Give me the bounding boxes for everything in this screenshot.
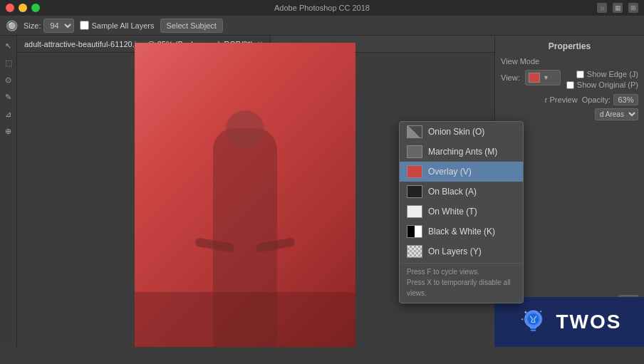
right-panel: Properties View Mode View: ▼ Show Edge (… <box>494 36 644 347</box>
image-overlay <box>135 43 355 347</box>
dropdown-item-overlay[interactable]: Overlay (V) <box>400 162 523 182</box>
chevron-down-icon: ▼ <box>543 74 549 81</box>
dropdown-item-on-black[interactable]: On Black (A) <box>400 182 523 202</box>
svg-text:✦: ✦ <box>539 309 541 313</box>
dropdown-item-onion-skin[interactable]: Onion Skin (O) <box>400 122 523 142</box>
view-mode-row: View: ▼ <box>501 70 561 85</box>
size-control: Size: 94 <box>24 19 74 33</box>
eyedropper-tool-icon[interactable]: ⊿ <box>1 107 16 121</box>
size-select[interactable]: 94 <box>43 19 74 33</box>
zoom-tool-icon[interactable]: ⊕ <box>1 124 16 138</box>
right-checkboxes: Show Edge (J) Show Original (P) <box>566 70 638 91</box>
dropdown-items-list: Onion Skin (O)Marching Ants (M)Overlay (… <box>400 122 523 261</box>
title-bar-icons: ⌕ ▦ ⊞ <box>597 3 638 13</box>
twos-text: TWOS <box>556 311 622 333</box>
sample-all-layers-checkbox[interactable]: Sample All Layers <box>80 21 154 30</box>
show-edge-row[interactable]: Show Edge (J) <box>576 70 638 78</box>
sample-all-layers-label: Sample All Layers <box>91 21 154 30</box>
opacity-value: 63% <box>613 94 638 105</box>
select-subject-button[interactable]: Select Subject <box>160 19 223 33</box>
main-area: ↖ ⬚ ⊙ ✎ ⊿ ⊕ adult-attractive-beautiful-6… <box>0 36 644 347</box>
show-edge-label: Show Edge (J) <box>587 70 638 78</box>
opacity-label: Opacity: <box>582 95 611 104</box>
onion-icon <box>407 125 422 138</box>
sample-all-layers-input[interactable] <box>80 21 89 30</box>
dropdown-item-label-on-black: On Black (A) <box>428 187 477 197</box>
panel-title: Properties <box>501 41 638 51</box>
overlay-icon <box>407 165 422 178</box>
svg-point-1 <box>527 313 539 324</box>
dropdown-item-black-white[interactable]: Black & White (K) <box>400 222 523 241</box>
view-dropdown[interactable]: ▼ <box>525 70 561 85</box>
view-label: View: <box>501 73 521 82</box>
black-icon <box>407 185 422 198</box>
tool-icon-select: 🔘 <box>6 20 18 31</box>
show-edge-checkbox[interactable] <box>576 71 584 78</box>
svg-text:✦: ✦ <box>520 317 523 321</box>
search-icon[interactable]: ⌕ <box>597 3 607 13</box>
select-tool-icon[interactable]: ⬚ <box>1 56 16 70</box>
dropdown-footer-line1: Press F to cycle views. <box>407 266 516 277</box>
show-original-label: Show Original (P) <box>577 80 638 89</box>
dropdown-item-label-black-white: Black & White (K) <box>428 227 495 236</box>
close-button[interactable] <box>6 4 14 12</box>
twos-branding: ✦ ✦ ✦ TWOS <box>494 297 644 347</box>
arrange-icon[interactable]: ⊞ <box>628 3 638 13</box>
bw-icon <box>407 225 422 238</box>
view-dropdown-popup: Onion Skin (O)Marching Ants (M)Overlay (… <box>399 121 524 303</box>
title-bar: Adobe Photoshop CC 2018 ⌕ ▦ ⊞ <box>0 0 644 16</box>
minimize-button[interactable] <box>19 4 27 12</box>
view-color-swatch <box>529 73 540 83</box>
white-icon <box>407 205 422 218</box>
toolbar: 🔘 Size: 94 Sample All Layers Select Subj… <box>0 16 644 36</box>
dropdown-footer: Press F to cycle views. Press X to tempo… <box>400 263 523 303</box>
brush-tool-icon[interactable]: ✎ <box>1 90 16 104</box>
dropdown-item-label-on-layers: On Layers (Y) <box>428 246 482 256</box>
dropdown-item-marching-ants[interactable]: Marching Ants (M) <box>400 142 523 162</box>
svg-rect-8 <box>530 329 535 331</box>
traffic-lights <box>6 4 40 12</box>
dropdown-item-label-marching-ants: Marching Ants (M) <box>428 147 497 157</box>
view-mode-section-label: View Mode <box>501 57 638 66</box>
layers-icon <box>407 245 422 258</box>
left-toolbar: ↖ ⬚ ⊙ ✎ ⊿ ⊕ <box>0 36 17 347</box>
marching-icon <box>407 145 422 158</box>
dropdown-item-label-onion-skin: Onion Skin (O) <box>428 127 484 137</box>
move-tool-icon[interactable]: ↖ <box>1 38 16 53</box>
fullscreen-button[interactable] <box>31 4 40 12</box>
dropdown-item-label-overlay: Overlay (V) <box>428 167 472 177</box>
dropdown-item-on-layers[interactable]: On Layers (Y) <box>400 241 523 261</box>
preview-label: r Preview <box>545 95 578 104</box>
svg-text:✦: ✦ <box>524 308 528 315</box>
show-original-row[interactable]: Show Original (P) <box>566 80 638 89</box>
dropdown-item-label-on-white: On White (T) <box>428 207 477 217</box>
size-label: Size: <box>24 21 41 30</box>
app-title: Adobe Photoshop CC 2018 <box>274 4 370 12</box>
refine-select[interactable]: d Areas <box>595 108 638 120</box>
twos-logo-icon: ✦ ✦ ✦ <box>517 306 549 338</box>
layout-icon[interactable]: ▦ <box>613 3 623 13</box>
dropdown-item-on-white[interactable]: On White (T) <box>400 202 523 222</box>
dropdown-footer-line2: Press X to temporarily disable all views… <box>407 277 516 298</box>
show-original-checkbox[interactable] <box>566 81 574 89</box>
image-canvas <box>135 43 355 347</box>
lasso-tool-icon[interactable]: ⊙ <box>1 73 16 87</box>
